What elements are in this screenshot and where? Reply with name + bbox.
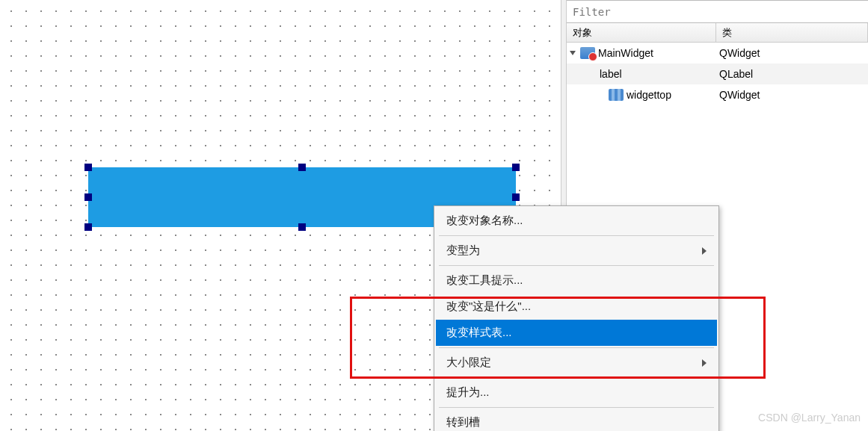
menu-item-tooltip[interactable]: 改变工具提示... bbox=[436, 267, 717, 294]
tree-object-name: label bbox=[600, 68, 622, 80]
resize-handle-ml[interactable] bbox=[84, 193, 92, 201]
menu-separator bbox=[439, 407, 714, 408]
menu-separator bbox=[439, 235, 714, 236]
tree-object-name: MainWidget bbox=[598, 47, 653, 59]
menu-item-rename[interactable]: 改变对象名称... bbox=[436, 208, 717, 234]
menu-item-morph[interactable]: 变型为 bbox=[436, 238, 717, 264]
menu-item-promote[interactable]: 提升为... bbox=[436, 379, 717, 406]
submenu-arrow-icon bbox=[702, 359, 707, 367]
resize-handle-tr[interactable] bbox=[512, 164, 520, 171]
resize-handle-bl[interactable] bbox=[84, 223, 92, 231]
tree-object-name: widgettop bbox=[627, 89, 671, 101]
resize-handle-bc[interactable] bbox=[298, 223, 306, 231]
filter-input[interactable] bbox=[567, 1, 868, 23]
tree-row[interactable]: label QLabel bbox=[567, 63, 868, 84]
menu-item-stylesheet[interactable]: 改变样式表... bbox=[436, 320, 717, 346]
watermark: CSDN @Larry_Yanan bbox=[758, 412, 861, 424]
tree-body: MainWidget QWidget label QLabel widgetto… bbox=[567, 43, 868, 105]
tree-header-object[interactable]: 对象 bbox=[567, 23, 716, 42]
menu-separator bbox=[439, 265, 714, 266]
resize-handle-tl[interactable] bbox=[84, 164, 92, 171]
widget-icon bbox=[609, 89, 624, 101]
tree-header-class[interactable]: 类 bbox=[716, 23, 868, 42]
tree-row[interactable]: MainWidget QWidget bbox=[567, 43, 868, 63]
menu-separator bbox=[439, 347, 714, 348]
widget-blocked-icon bbox=[580, 47, 595, 59]
menu-item-size-limit[interactable]: 大小限定 bbox=[436, 350, 717, 376]
tree-class-name: QLabel bbox=[716, 68, 868, 80]
menu-separator bbox=[439, 377, 714, 378]
tree-row[interactable]: widgettop QWidget bbox=[567, 84, 868, 105]
tree-class-name: QWidget bbox=[716, 89, 868, 101]
resize-handle-mr[interactable] bbox=[512, 193, 520, 201]
tree-header: 对象 类 bbox=[567, 23, 868, 43]
expander-icon[interactable] bbox=[570, 51, 576, 55]
tree-class-name: QWidget bbox=[716, 47, 868, 59]
context-menu: 改变对象名称... 变型为 改变工具提示... 改变"这是什么"... 改变样式… bbox=[434, 205, 719, 431]
resize-handle-tc[interactable] bbox=[298, 164, 306, 171]
submenu-arrow-icon bbox=[702, 247, 707, 255]
menu-item-goto-slot[interactable]: 转到槽 bbox=[436, 409, 717, 431]
menu-item-whatsthis[interactable]: 改变"这是什么"... bbox=[436, 294, 717, 320]
